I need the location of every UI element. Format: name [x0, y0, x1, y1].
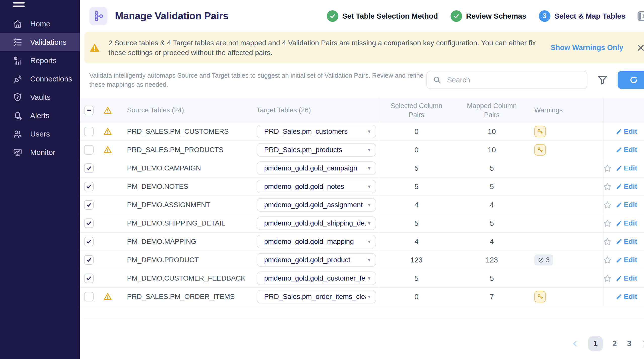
- sidebar-item-validations[interactable]: Validations: [0, 33, 80, 51]
- star-icon[interactable]: [603, 274, 612, 283]
- target-table-dropdown[interactable]: pmdemo_gold.gold_product ▾: [257, 253, 376, 267]
- source-table-name: PM_DEMO.NOTES: [127, 183, 188, 191]
- step-set-table-selection-method[interactable]: Set Table Selection Method: [327, 10, 438, 22]
- pencil-icon: [616, 239, 622, 245]
- edit-button[interactable]: Edit: [616, 238, 637, 246]
- warnings-column-icon: [103, 106, 112, 115]
- edit-button[interactable]: Edit: [616, 164, 637, 172]
- table-header-row: Source Tables (24) Target Tables (26) Se…: [80, 98, 644, 122]
- row-checkbox[interactable]: [84, 237, 94, 246]
- pencil-icon: [616, 275, 622, 282]
- edit-label: Edit: [624, 274, 637, 282]
- edit-label: Edit: [624, 164, 637, 172]
- sidebar-item-alerts[interactable]: Alerts: [0, 106, 80, 125]
- target-table-dropdown[interactable]: pmdemo_gold.gold_assignment ▾: [257, 198, 376, 212]
- edit-button[interactable]: Edit: [616, 274, 637, 282]
- edit-button[interactable]: Edit: [616, 256, 637, 264]
- target-table-value: PRD_Sales.pm_products: [264, 146, 366, 154]
- page-button-1[interactable]: 1: [588, 336, 603, 351]
- row-checkbox[interactable]: [84, 255, 94, 265]
- pagination: 1 2 3: [80, 318, 644, 351]
- hamburger-menu-icon[interactable]: [13, 0, 25, 9]
- edit-button[interactable]: Edit: [616, 219, 637, 227]
- show-warnings-only-link[interactable]: Show Warnings Only: [551, 43, 623, 52]
- target-table-dropdown[interactable]: pmdemo_gold.gold_campaign ▾: [257, 161, 376, 175]
- close-icon[interactable]: [636, 43, 644, 52]
- chevron-down-icon: ▾: [368, 128, 371, 134]
- edit-button[interactable]: Edit: [616, 146, 637, 154]
- selected-pairs-value: 5: [380, 214, 453, 232]
- edit-label: Edit: [624, 201, 637, 209]
- row-checkbox[interactable]: [84, 292, 94, 301]
- row-checkbox[interactable]: [84, 218, 94, 228]
- table-body: PRD_SALES.PM_CUSTOMERS PRD_Sales.pm_cust…: [80, 122, 644, 306]
- table-row: PRD_SALES.PM_CUSTOMERS PRD_Sales.pm_cust…: [80, 122, 644, 141]
- target-table-dropdown[interactable]: PRD_Sales.pm_order_items_clea. ▾: [257, 290, 376, 303]
- edit-button[interactable]: Edit: [616, 201, 637, 209]
- page-title: Manage Validation Pairs: [115, 10, 228, 22]
- header-mapped-column-pairs: Mapped Column Pairs: [464, 101, 519, 119]
- main-content: Manage Validation Pairs Set Table Select…: [80, 0, 644, 359]
- star-icon[interactable]: [603, 201, 612, 209]
- chevron-left-icon[interactable]: [571, 340, 579, 348]
- edit-label: Edit: [624, 238, 637, 246]
- search-icon: [433, 76, 441, 84]
- row-checkbox[interactable]: [84, 274, 94, 283]
- edit-button[interactable]: Edit: [616, 127, 637, 136]
- star-icon[interactable]: [603, 237, 612, 246]
- edit-button[interactable]: Edit: [616, 183, 637, 191]
- validation-pairs-table: Source Tables (24) Target Tables (26) Se…: [80, 98, 644, 306]
- target-table-dropdown[interactable]: pmdemo_gold.gold_customer_fe ▾: [257, 272, 376, 285]
- panel-toggle-icon[interactable]: [636, 9, 644, 23]
- row-checkbox[interactable]: [84, 163, 94, 173]
- header-warnings: Warnings: [531, 98, 603, 122]
- row-checkbox[interactable]: [84, 182, 94, 191]
- star-icon[interactable]: [603, 182, 612, 191]
- selected-pairs-value: 5: [380, 177, 453, 196]
- star-icon[interactable]: [603, 256, 612, 264]
- star-icon[interactable]: [603, 219, 612, 228]
- target-table-value: pmdemo_gold.gold_notes: [264, 183, 366, 191]
- chevron-right-icon[interactable]: [641, 340, 644, 348]
- chevron-down-icon: ▾: [368, 275, 371, 281]
- sidebar-item-monitor[interactable]: Monitor: [0, 143, 80, 161]
- target-table-dropdown[interactable]: pmdemo_gold.gold_shipping_de. ▾: [257, 216, 376, 230]
- sidebar-item-label: Home: [30, 20, 50, 28]
- pencil-icon: [616, 202, 622, 208]
- step-select-and-map-tables[interactable]: 3 Select & Map Tables: [539, 10, 625, 22]
- edit-button[interactable]: Edit: [616, 293, 637, 301]
- row-checkbox[interactable]: [84, 127, 94, 136]
- bell-plus-icon: [13, 111, 23, 121]
- sidebar-item-connections[interactable]: Connections: [0, 70, 80, 88]
- table-row: PM_DEMO.SHIPPING_DETAIL pmdemo_gold.gold…: [80, 214, 644, 233]
- page-button-2[interactable]: 2: [612, 339, 617, 348]
- row-checkbox[interactable]: [84, 145, 94, 155]
- selected-pairs-value: 123: [380, 251, 453, 269]
- sidebar-item-users[interactable]: Users: [0, 125, 80, 143]
- pencil-icon: [616, 257, 622, 263]
- banner-actions: Show Warnings Only: [551, 43, 644, 52]
- search-input[interactable]: [447, 76, 581, 84]
- filter-icon[interactable]: [597, 74, 608, 85]
- target-table-dropdown[interactable]: pmdemo_gold.gold_notes ▾: [257, 180, 376, 193]
- target-table-dropdown[interactable]: pmdemo_gold.gold_mapping ▾: [257, 235, 376, 248]
- target-table-dropdown[interactable]: PRD_Sales.pm_products ▾: [257, 143, 376, 157]
- sidebar-item-reports[interactable]: Reports: [0, 51, 80, 70]
- refresh-button[interactable]: [618, 71, 644, 89]
- sidebar-item-label: Reports: [30, 56, 57, 65]
- step-review-schemas[interactable]: Review Schemas: [451, 10, 526, 22]
- row-checkbox[interactable]: [84, 200, 94, 210]
- header-selected-column-pairs: Selected Column Pairs: [389, 101, 444, 119]
- target-table-value: pmdemo_gold.gold_shipping_de.: [264, 219, 366, 227]
- target-table-dropdown[interactable]: PRD_Sales.pm_customers ▾: [257, 125, 376, 138]
- chevron-down-icon: ▾: [368, 165, 371, 171]
- shield-icon: [13, 92, 23, 102]
- page-button-3[interactable]: 3: [626, 339, 632, 348]
- sidebar-item-vaults[interactable]: Vaults: [0, 88, 80, 106]
- sidebar: Home Validations Reports Connections Vau…: [0, 0, 80, 359]
- sidebar-item-home[interactable]: Home: [0, 15, 80, 33]
- select-all-checkbox[interactable]: [84, 106, 94, 115]
- selected-pairs-value: 0: [380, 288, 453, 306]
- star-icon[interactable]: [603, 164, 612, 173]
- warning-banner: 2 Source tables & 4 Target tables are no…: [84, 32, 644, 63]
